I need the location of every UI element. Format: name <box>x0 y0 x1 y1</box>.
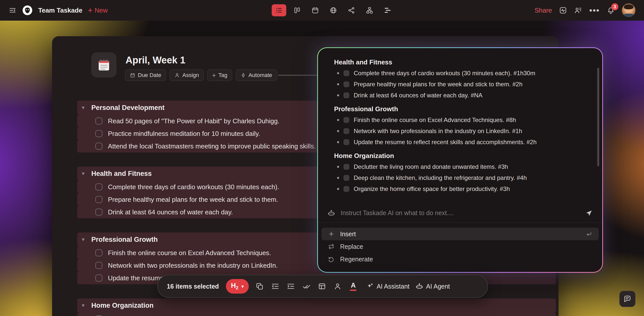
task-checkbox[interactable] <box>95 130 102 137</box>
ai-assistant-label: AI Assistant <box>377 283 410 290</box>
new-button[interactable]: + New <box>88 6 108 14</box>
project-emoji-icon[interactable] <box>91 52 116 77</box>
task-checkbox[interactable] <box>95 117 102 125</box>
task-checkbox[interactable] <box>95 209 102 216</box>
ai-task-row: Organize the home office space for bette… <box>334 183 587 194</box>
task-checkbox[interactable] <box>95 183 102 190</box>
task-text: Attend the local Toastmasters meeting to… <box>108 142 316 150</box>
ai-task-checkbox[interactable] <box>344 70 349 76</box>
due-date-button[interactable]: Due Date <box>125 69 166 81</box>
ai-task-checkbox[interactable] <box>344 82 349 87</box>
section-title: Personal Development <box>91 104 165 112</box>
collapse-caret-icon[interactable]: ▾ <box>82 170 91 177</box>
task-row[interactable]: Declutter the living room and donate unw… <box>77 312 556 316</box>
network-view-button[interactable] <box>344 4 359 16</box>
automate-button[interactable]: Automate <box>236 69 277 81</box>
assign-button[interactable]: Assign <box>170 69 204 81</box>
task-checkbox[interactable] <box>95 196 102 203</box>
collapse-caret-icon[interactable]: ▾ <box>82 104 91 111</box>
collapse-caret-icon[interactable]: ▾ <box>82 236 91 243</box>
ai-agent-button[interactable]: AI Agent <box>416 283 450 290</box>
workspace-name[interactable]: Team Taskade <box>38 7 82 14</box>
ai-task-row: Deep clean the kitchen, including the re… <box>334 172 587 183</box>
task-text: Declutter the living room and donate unw… <box>108 315 262 316</box>
indent-button[interactable] <box>284 280 298 293</box>
timeline-view-button[interactable] <box>380 4 395 16</box>
bullet-icon <box>337 166 339 168</box>
bullet-icon <box>337 130 339 132</box>
plus-icon: + <box>212 72 216 78</box>
ai-assistant-button[interactable]: AI Assistant <box>366 283 410 290</box>
person-icon <box>174 72 180 78</box>
user-avatar[interactable] <box>622 4 635 17</box>
automate-label: Automate <box>249 72 272 78</box>
text-color-button[interactable]: A <box>346 280 360 293</box>
calendar-view-button[interactable] <box>308 4 323 16</box>
ai-task-text: Declutter the living room and donate unw… <box>354 163 508 170</box>
task-checkbox[interactable] <box>95 274 102 282</box>
project-title[interactable]: April, Week 1 <box>126 55 185 66</box>
notifications-button[interactable]: 3 <box>607 6 615 14</box>
sidebar-toggle-button[interactable] <box>9 6 17 14</box>
insert-action[interactable]: Insert <box>321 228 599 240</box>
notification-badge: 3 <box>611 3 618 10</box>
tag-button[interactable]: + Tag <box>207 69 232 81</box>
assign-toolbar-button[interactable] <box>331 280 344 293</box>
share-button[interactable]: Share <box>535 7 552 14</box>
ai-task-text: Network with two professionals in the in… <box>354 128 522 135</box>
ai-task-checkbox[interactable] <box>344 117 349 123</box>
ai-action-menu: Insert Replace Regenerate <box>318 225 602 268</box>
activity-button[interactable] <box>559 6 567 14</box>
ai-task-checkbox[interactable] <box>344 186 349 192</box>
bullet-icon <box>337 94 339 96</box>
mindmap-view-button[interactable] <box>326 4 341 16</box>
task-text: Read 50 pages of "The Power of Habit" by… <box>108 117 279 125</box>
section-title: Health and Fitness <box>91 170 152 178</box>
members-button[interactable] <box>574 6 582 14</box>
copy-icon <box>256 282 264 290</box>
new-button-label: New <box>95 7 108 14</box>
ai-task-text: Drink at least 64 ounces of water each d… <box>354 92 482 99</box>
complete-button[interactable] <box>300 280 313 293</box>
sidebar-toggle-icon <box>9 6 17 14</box>
task-text: Drink at least 64 ounces of water each d… <box>108 208 233 216</box>
task-checkbox[interactable] <box>95 143 102 150</box>
ai-instruction-input[interactable] <box>341 209 585 217</box>
ai-panel-scrollbar[interactable] <box>597 68 599 166</box>
ai-task-checkbox[interactable] <box>344 175 349 181</box>
section-heading-row[interactable]: ▾ Home Organization <box>77 298 556 312</box>
chat-button[interactable] <box>619 291 635 307</box>
bullet-icon <box>337 177 339 179</box>
replace-action[interactable]: Replace <box>321 240 599 253</box>
outdent-button[interactable] <box>268 280 282 293</box>
task-checkbox[interactable] <box>95 262 102 269</box>
copy-button[interactable] <box>253 280 266 293</box>
due-date-toolbar-button[interactable] <box>315 280 329 293</box>
insert-label: Insert <box>340 230 356 238</box>
board-view-button[interactable] <box>290 4 304 16</box>
ai-task-checkbox[interactable] <box>344 139 349 145</box>
send-button[interactable] <box>585 209 593 217</box>
heading-style-button[interactable]: H2 ▾ <box>226 279 249 294</box>
ai-task-checkbox[interactable] <box>344 164 349 170</box>
orgchart-view-button[interactable] <box>362 4 377 16</box>
topbar-right: Share ••• 3 <box>535 4 635 17</box>
list-view-button[interactable] <box>272 4 286 16</box>
ai-task-checkbox[interactable] <box>344 93 349 98</box>
ai-task-checkbox[interactable] <box>344 128 349 134</box>
replace-label: Replace <box>340 243 363 250</box>
person-icon <box>334 282 342 290</box>
send-icon <box>585 209 593 217</box>
regenerate-action[interactable]: Regenerate <box>321 253 599 265</box>
task-checkbox[interactable] <box>95 249 102 256</box>
double-check-icon <box>302 282 310 290</box>
text-color-underline <box>350 290 356 291</box>
taskade-logo-icon[interactable] <box>22 5 33 16</box>
more-menu-button[interactable]: ••• <box>589 8 600 13</box>
collapse-caret-icon[interactable]: ▾ <box>82 302 91 309</box>
task-text: Finish the online course on Excel Advanc… <box>108 249 271 257</box>
project-progress-bar <box>278 75 318 76</box>
ai-task-row: Declutter the living room and donate unw… <box>334 161 587 172</box>
ai-task-text: Prepare healthy meal plans for the week … <box>354 81 522 88</box>
ai-task-row: Drink at least 64 ounces of water each d… <box>334 90 587 101</box>
